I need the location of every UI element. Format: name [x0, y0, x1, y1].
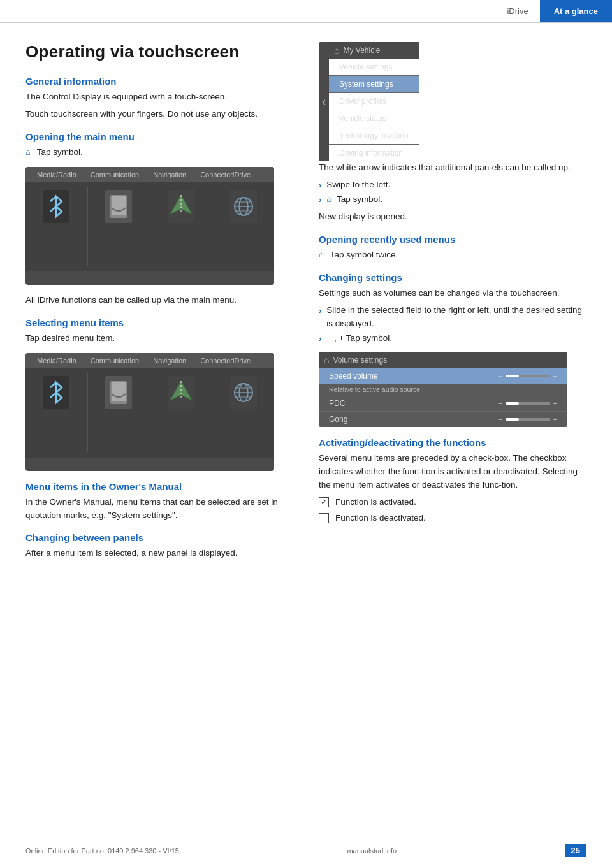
tab-connected-drive-2: ConnectedDrive [194, 356, 257, 366]
volume-top: ⌂ Volume settings [319, 352, 567, 368]
left-column: Operating via touchscreen General inform… [26, 42, 300, 564]
footer-edition: Online Edition for Part no. 0140 2 964 3… [26, 847, 179, 855]
nav-menu-item-1[interactable]: System settings [329, 76, 419, 93]
nav-menu-item-2[interactable]: Driver profiles [329, 93, 419, 110]
nav-menu-top: ⌂ My Vehicle [329, 42, 419, 59]
tab-media-radio-1: Media/Radio [31, 170, 83, 180]
media-radio-cell-2 [26, 373, 88, 452]
tap-symbol-2: ⌂ Tap symbol. [326, 193, 382, 206]
panels-text: After a menu item is selected, a new pan… [26, 547, 300, 560]
communication-cell [88, 187, 150, 266]
volume-speed[interactable]: Speed volume − + [319, 368, 567, 384]
relative-label: Relative to active audio source: [319, 384, 567, 396]
bluetooth-icon-2 [40, 377, 72, 409]
settings-text: Settings such as volumes can be changed … [319, 287, 586, 300]
section-heading-panels: Changing between panels [26, 532, 300, 543]
minus-icon: − [498, 372, 502, 380]
nav-menu-item-3[interactable]: Vehicle status [329, 110, 419, 127]
bullet-item-slide: › Slide in the selected field to the rig… [319, 304, 586, 331]
checkbox-unchecked-icon [319, 513, 329, 523]
header-idrive-label: iDrive [495, 0, 539, 22]
slider-track-gong [506, 418, 550, 421]
general-para-2: Touch touchscreen with your fingers. Do … [26, 108, 300, 121]
nav-menu-block: ⌂ My Vehicle Vehicle settings System set… [329, 42, 419, 161]
navigation-cell-2 [150, 373, 213, 452]
nav-menu-item-0[interactable]: Vehicle settings [329, 59, 419, 76]
globe-icon-2 [228, 377, 259, 409]
footer: Online Edition for Part no. 0140 2 964 3… [0, 839, 612, 857]
svg-rect-16 [112, 382, 126, 401]
bullet-list-2: › Slide in the selected field to the rig… [319, 304, 586, 345]
all-idrive-text: All iDrive functions can be called up vi… [26, 294, 300, 307]
section-heading-recently: Opening recently used menus [319, 234, 586, 245]
section-heading-selecting: Selecting menu items [26, 317, 300, 328]
function-activated-text: Function is activated. [335, 496, 416, 509]
plus-icon-gong: + [553, 416, 557, 423]
arrow-icon-3: › [319, 305, 321, 317]
slider-fill-pdc [506, 402, 519, 405]
bullet-item-swipe: › Swipe to the left. [319, 178, 586, 192]
volume-gong[interactable]: Gong − + [319, 412, 567, 427]
plus-icon: + [553, 372, 557, 380]
volume-pdc[interactable]: PDC − + [319, 396, 567, 412]
screen-icons-2 [26, 368, 274, 458]
plus-icon-pdc: + [553, 400, 557, 407]
header-ataglance-label: At a glance [540, 0, 612, 22]
slider-track-pdc [506, 402, 550, 405]
header: iDrive At a glance [0, 0, 612, 23]
tab-navigation-2: Navigation [147, 356, 193, 366]
nav-menu-wrapper: ‹ ⌂ My Vehicle Vehicle settings System s… [319, 42, 586, 161]
minus-icon-pdc: − [498, 400, 502, 407]
section-heading-main-menu: Opening the main menu [26, 131, 300, 142]
slider-track-speed [506, 375, 550, 377]
media-radio-cell [26, 187, 88, 266]
home-icon-3: ⌂ [319, 250, 324, 259]
function-deactivated-text: Function is deactivated. [335, 512, 426, 525]
tab-connected-drive-1: ConnectedDrive [194, 170, 257, 180]
new-display-text: New display is opened. [319, 210, 586, 224]
section-heading-owners-manual: Menu items in the Owner's Manual [26, 481, 300, 492]
home-icon-1: ⌂ [26, 147, 31, 157]
main-content: Operating via touchscreen General inform… [0, 23, 612, 583]
volume-title: Volume settings [333, 356, 387, 365]
right-column: ‹ ⌂ My Vehicle Vehicle settings System s… [319, 42, 586, 564]
navigation-icon [165, 191, 197, 222]
footer-page-number: 25 [565, 844, 586, 857]
slider-fill-speed [506, 375, 519, 377]
navigation-icon-2 [165, 377, 197, 409]
nav-menu-title: My Vehicle [343, 46, 380, 55]
footer-brand: manualstud.info [347, 847, 397, 855]
phone-icon-2 [103, 377, 135, 409]
speed-volume-label: Speed volume [329, 372, 378, 380]
tab-communication-1: Communication [84, 170, 145, 180]
arrow-icon-1: › [319, 179, 321, 192]
tab-communication-2: Communication [84, 356, 145, 366]
navigation-cell [150, 187, 213, 266]
bullet-item-tap: › ⌂ Tap symbol. [319, 193, 586, 206]
minus-icon-gong: − [498, 416, 502, 423]
tab-media-radio-2: Media/Radio [31, 356, 83, 366]
tap-twice-text: ⌂ Tap symbol twice. [319, 249, 586, 262]
slider-fill-gong [506, 418, 519, 421]
pdc-slider: − + [498, 400, 557, 407]
screen-mockup-1: Media/Radio Communication Navigation Con… [26, 167, 274, 285]
screen-icons-1 [26, 182, 274, 271]
gong-slider: − + [498, 416, 557, 423]
section-heading-activating: Activating/deactivating the functions [319, 437, 586, 448]
owners-manual-text: In the Owner's Manual, menu items that c… [26, 496, 300, 523]
svg-rect-3 [112, 196, 126, 215]
speed-slider: − + [498, 372, 557, 380]
nav-home-icon: ⌂ [334, 45, 339, 55]
volume-home-icon: ⌂ [324, 355, 329, 365]
nav-menu-item-5[interactable]: Driving information [329, 145, 419, 161]
section-heading-settings: Changing settings [319, 272, 586, 283]
section-heading-general: General information [26, 76, 300, 87]
bullet-list-1: › Swipe to the left. › ⌂ Tap symbol. [319, 178, 586, 206]
tab-navigation-1: Navigation [147, 170, 193, 180]
page-title: Operating via touchscreen [26, 42, 300, 62]
tap-desired-text: Tap desired menu item. [26, 332, 300, 345]
nav-left-arrow[interactable]: ‹ [319, 42, 329, 161]
gong-label: Gong [329, 415, 347, 424]
nav-menu-item-4[interactable]: Technology in action [329, 127, 419, 145]
communication-cell-2 [88, 373, 150, 452]
